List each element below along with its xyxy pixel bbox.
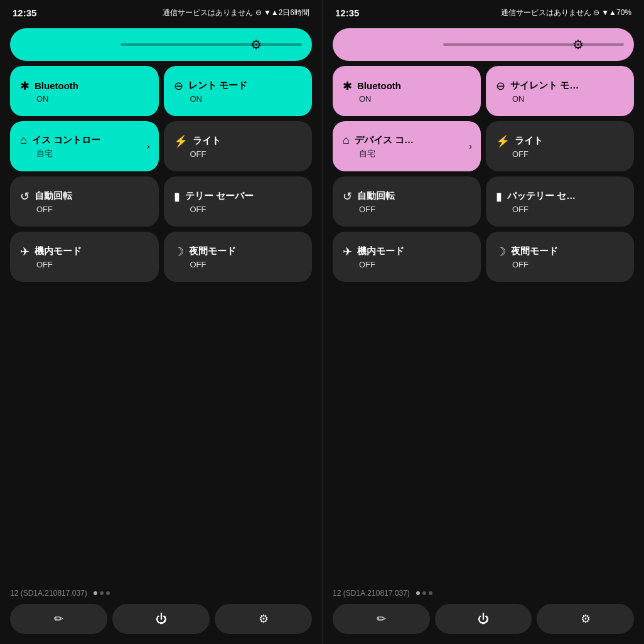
moon-icon: ☽ [174, 245, 184, 259]
tile-airplane-mode[interactable]: ✈機内モードOFF [333, 232, 481, 282]
status-bar-left: 12:35 通信サービスはありません ⊖ ▼▲2日6時間 [0, 0, 322, 23]
action-buttons-left: ✏ ⏻ ⚙ [10, 604, 312, 634]
left-panel: 12:35 通信サービスはありません ⊖ ▼▲2日6時間 ⚙ ✱Bluetoot… [0, 0, 322, 644]
dot-3-left [106, 591, 110, 595]
chevron-right-icon: › [469, 141, 472, 151]
tile-status-light: OFF [190, 149, 303, 159]
tile-header-battery-saver: ▮テリー セーバー [174, 190, 303, 203]
tile-title-bluetooth: Bluetooth [357, 80, 401, 91]
power-button-left[interactable]: ⏻ [112, 604, 210, 634]
content-right: ⚙ ✱BluetoothON⊖サイレント モ…ON⌂デバイス コ…自宅›⚡ライト… [323, 23, 644, 292]
tile-grid-left: ✱BluetoothON⊖レント モードON⌂イス コントロー自宅›⚡ライトOF… [10, 66, 312, 282]
tile-auto-rotate[interactable]: ↺自動回転OFF [333, 176, 481, 227]
tile-header-bluetooth: ✱Bluetooth [20, 79, 149, 93]
tile-title-battery-saver: テリー セーバー [185, 190, 254, 202]
chevron-right-icon: › [147, 141, 150, 151]
tile-header-auto-rotate: ↺自動回転 [20, 190, 149, 203]
bottom-bar-right: 12 (SD1A.210817.037) ✏ ⏻ ⚙ [323, 584, 644, 644]
dot-3-right [429, 591, 432, 595]
brightness-slider-right[interactable]: ⚙ [333, 28, 634, 61]
tile-header-night-mode: ☽夜間モード [496, 245, 624, 259]
slider-track-right[interactable] [443, 43, 624, 46]
tile-header-device-control: ⌂デバイス コ… [343, 134, 471, 147]
flashlight-icon: ⚡ [174, 134, 188, 148]
tile-status-bluetooth: ON [359, 94, 471, 104]
tile-title-silent-mode: サイレント モ… [510, 80, 579, 92]
tile-title-light: ライト [515, 135, 543, 147]
tile-light[interactable]: ⚡ライトOFF [486, 121, 634, 171]
tile-title-airplane-mode: 機内モード [357, 245, 404, 257]
dot-1-right [416, 591, 420, 595]
tile-device-control[interactable]: ⌂デバイス コ…自宅› [333, 121, 481, 171]
dot-2-right [422, 591, 426, 595]
tile-status-silent-mode: ON [512, 94, 624, 104]
tile-bluetooth[interactable]: ✱BluetoothON [333, 66, 481, 116]
tile-status-auto-rotate: OFF [359, 205, 471, 214]
tile-title-airplane-mode: 機内モード [35, 245, 82, 257]
version-row-left: 12 (SD1A.210817.037) [10, 589, 312, 598]
home-icon: ⌂ [343, 134, 350, 147]
dots-right [416, 591, 432, 595]
version-text-right: 12 (SD1A.210817.037) [333, 589, 410, 598]
tile-title-device-control: デバイス コ… [355, 134, 414, 146]
tile-header-auto-rotate: ↺自動回転 [343, 190, 471, 203]
tile-lent-mode[interactable]: ⊖レント モードON [164, 66, 313, 116]
tile-status-airplane-mode: OFF [359, 260, 471, 269]
status-icons-left: 通信サービスはありません ⊖ ▼▲2日6時間 [163, 8, 309, 18]
edit-button-right[interactable]: ✏ [333, 604, 430, 634]
tile-title-light: ライト [193, 135, 221, 147]
dots-left [94, 591, 110, 595]
tile-status-lent-mode: ON [190, 94, 303, 104]
tile-header-light: ⚡ライト [496, 134, 624, 148]
bluetooth-icon: ✱ [343, 79, 352, 93]
tile-status-light: OFF [512, 149, 624, 159]
tile-header-silent-mode: ⊖サイレント モ… [496, 79, 624, 93]
tile-light[interactable]: ⚡ライトOFF [164, 121, 313, 171]
tile-night-mode[interactable]: ☽夜間モードOFF [486, 232, 634, 282]
airplane-icon: ✈ [20, 245, 30, 259]
tile-title-night-mode: 夜間モード [511, 245, 558, 257]
tile-header-night-mode: ☽夜間モード [174, 245, 303, 259]
settings-button-left[interactable]: ⚙ [215, 604, 312, 634]
bottom-bar-left: 12 (SD1A.210817.037) ✏ ⏻ ⚙ [0, 584, 322, 644]
content-left: ⚙ ✱BluetoothON⊖レント モードON⌂イス コントロー自宅›⚡ライト… [0, 23, 322, 292]
tile-status-auto-rotate: OFF [36, 205, 149, 214]
tile-header-lent-mode: ⊖レント モード [174, 79, 303, 93]
edit-button-left[interactable]: ✏ [10, 604, 107, 634]
slider-track-left[interactable] [121, 43, 302, 46]
tile-auto-rotate[interactable]: ↺自動回転OFF [10, 176, 159, 227]
brightness-slider-left[interactable]: ⚙ [10, 28, 312, 61]
tile-header-airplane-mode: ✈機内モード [343, 245, 471, 259]
settings-button-right[interactable]: ⚙ [537, 604, 634, 634]
tile-bluetooth[interactable]: ✱BluetoothON [10, 66, 159, 116]
tile-battery-saver[interactable]: ▮バッテリー セ…OFF [486, 176, 634, 227]
version-text-left: 12 (SD1A.210817.037) [10, 589, 87, 598]
minus-circle-icon: ⊖ [174, 79, 183, 93]
tile-title-device-control: イス コントロー [32, 134, 100, 146]
rotate-icon: ↺ [20, 190, 30, 203]
power-button-right[interactable]: ⏻ [435, 604, 532, 634]
status-info-left: 通信サービスはありません ⊖ ▼▲2日6時間 [163, 8, 309, 18]
tile-title-battery-saver: バッテリー セ… [507, 190, 576, 202]
tile-title-auto-rotate: 自動回転 [357, 190, 395, 202]
status-info-right: 通信サービスはありません ⊖ ▼▲70% [501, 8, 631, 18]
tile-night-mode[interactable]: ☽夜間モードOFF [164, 232, 313, 282]
tile-status-device-control: 自宅 [36, 148, 149, 159]
battery-icon: ▮ [174, 190, 180, 203]
tile-silent-mode[interactable]: ⊖サイレント モ…ON [486, 66, 634, 116]
tile-title-auto-rotate: 自動回転 [35, 190, 72, 202]
dot-2-left [100, 591, 104, 595]
tile-header-bluetooth: ✱Bluetooth [343, 79, 471, 93]
status-bar-right: 12:35 通信サービスはありません ⊖ ▼▲70% [323, 0, 644, 23]
battery-icon: ▮ [496, 190, 502, 203]
tile-header-light: ⚡ライト [174, 134, 303, 148]
tile-battery-saver[interactable]: ▮テリー セーバーOFF [164, 176, 313, 227]
tile-device-control[interactable]: ⌂イス コントロー自宅› [10, 121, 159, 171]
tile-header-battery-saver: ▮バッテリー セ… [496, 190, 624, 203]
tile-airplane-mode[interactable]: ✈機内モードOFF [10, 232, 159, 282]
time-right: 12:35 [335, 8, 359, 18]
tile-title-night-mode: 夜間モード [189, 245, 236, 257]
tile-status-night-mode: OFF [190, 260, 303, 269]
status-icons-right: 通信サービスはありません ⊖ ▼▲70% [501, 8, 631, 18]
time-left: 12:35 [13, 8, 36, 18]
